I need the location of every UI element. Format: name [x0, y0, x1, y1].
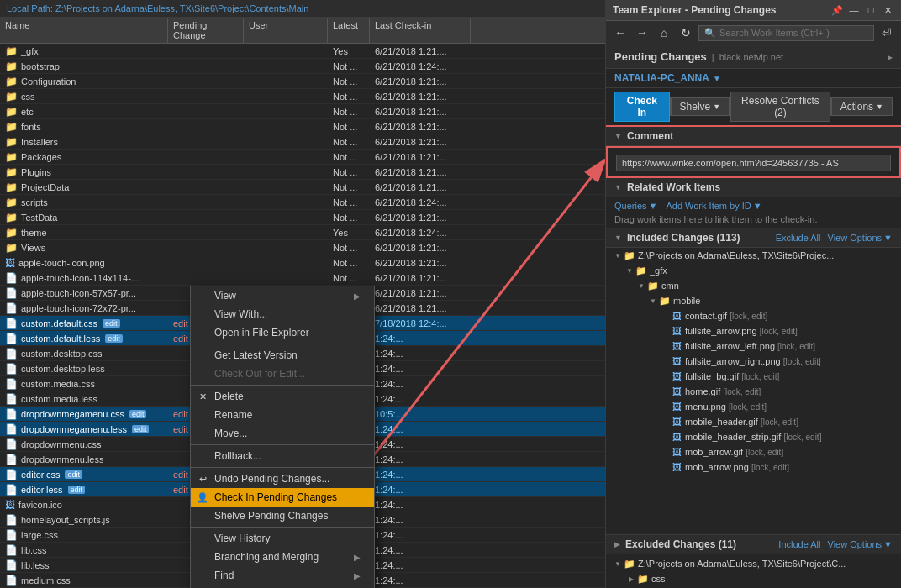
back-btn[interactable]: ←: [611, 24, 630, 42]
ctx-menu-item[interactable]: Rename: [191, 406, 374, 424]
ctx-item-label: Shelve Pending Changes: [214, 510, 328, 522]
table-row[interactable]: 📁css Not ... 6/21/2018 1:21:...: [0, 89, 605, 104]
table-row[interactable]: 📁TestData Not ... 6/21/2018 1:21:...: [0, 210, 605, 225]
search-submit-btn[interactable]: ⏎: [877, 24, 896, 42]
ctx-menu-item[interactable]: Move...: [191, 424, 374, 443]
table-row[interactable]: 📁ProjectData Not ... 6/21/2018 1:21:...: [0, 180, 605, 195]
queries-link[interactable]: Queries ▼: [614, 201, 657, 211]
ctx-menu-item[interactable]: ↩Undo Pending Changes...: [191, 470, 374, 488]
tree-expand-icon[interactable]: ▼: [636, 282, 646, 290]
user-dropdown-arrow[interactable]: ▼: [713, 74, 721, 83]
ctx-menu-item[interactable]: Advanced: [191, 585, 374, 588]
ctx-menu-item[interactable]: Open in File Explorer: [191, 323, 374, 342]
file-checkin: 1:24:...: [370, 530, 471, 540]
include-all-link[interactable]: Include All: [778, 539, 820, 549]
file-checkin: 10:5:...: [370, 409, 471, 419]
file-name: 📄custom.media.css: [0, 378, 168, 390]
local-path-link[interactable]: Z:\Projects on Adarna\Euless, TX\Site6\P…: [55, 3, 308, 13]
search-input[interactable]: [719, 28, 868, 38]
col-name-header[interactable]: Name: [0, 18, 168, 43]
table-row[interactable]: 📁bootstrap Not ... 6/21/2018 1:24:...: [0, 59, 605, 74]
refresh-btn[interactable]: ↻: [677, 24, 695, 42]
close-icon[interactable]: ✕: [881, 3, 894, 17]
table-row[interactable]: 📁scripts Not ... 6/21/2018 1:24:...: [0, 195, 605, 210]
tree-item[interactable]: 🖼 home.gif [lock, edit]: [606, 384, 901, 399]
comment-section-header[interactable]: ▼ Comment: [606, 127, 901, 146]
tree-item[interactable]: 🖼 contact.gif [lock, edit]: [606, 308, 901, 323]
add-work-item-link[interactable]: Add Work Item by ID ▼: [666, 201, 761, 211]
ctx-menu-item[interactable]: 👤Check In Pending Changes: [191, 488, 374, 507]
tree-item[interactable]: 🖼 mob_arrow.gif [lock, edit]: [606, 444, 901, 459]
excluded-view-options-link[interactable]: View Options ▼: [828, 539, 893, 549]
table-row[interactable]: 📁fonts Not ... 6/21/2018 1:21:...: [0, 119, 605, 134]
forward-btn[interactable]: →: [633, 24, 651, 42]
table-row[interactable]: 📁Views Not ... 6/21/2018 1:21:...: [0, 240, 605, 255]
ctx-menu-item[interactable]: View History: [191, 529, 374, 548]
user-name[interactable]: NATALIA-PC_ANNA: [614, 72, 709, 84]
file-name: 📁_gfx: [0, 45, 168, 57]
tree-label: mobile_header_strip.gif [lock, edit]: [685, 432, 821, 442]
exclude-all-link[interactable]: Exclude All: [776, 233, 821, 243]
table-row[interactable]: 🖼apple-touch-icon.png Not ... 6/21/2018 …: [0, 255, 605, 270]
tree-expand-icon[interactable]: ▼: [648, 297, 658, 305]
table-row[interactable]: 📄apple-touch-icon-114x114-... Not ... 6/…: [0, 270, 605, 286]
view-options-link[interactable]: View Options ▼: [828, 233, 893, 243]
ctx-menu-item[interactable]: Find▶: [191, 566, 374, 585]
tree-item[interactable]: ▼ 📁 Z:\Projects on Adarna\Euless, TX\Sit…: [606, 248, 901, 263]
tree-expand-icon[interactable]: ▼: [624, 267, 635, 275]
tree-item[interactable]: ▼ 📁 cmn: [606, 278, 901, 293]
excluded-tree-item-root[interactable]: ▼ 📁 Z:\Projects on Adarna\Euless, TX\Sit…: [606, 556, 901, 571]
ctx-item-label: Check Out for Edit...: [214, 368, 305, 380]
tree-label: menu.png [lock, edit]: [685, 402, 767, 412]
ctx-menu-item[interactable]: View▶: [191, 286, 374, 305]
table-row[interactable]: 📁_gfx Yes 6/21/2018 1:21:...: [0, 44, 605, 59]
expand-icon[interactable]: ▸: [888, 51, 893, 63]
tree-item[interactable]: ▼ 📁 _gfx: [606, 263, 901, 278]
file-checkin: 1:24:...: [370, 560, 471, 570]
table-row[interactable]: 📁Configuration Not ... 6/21/2018 1:21:..…: [0, 74, 605, 89]
tree-item[interactable]: 🖼 fullsite_bg.gif [lock, edit]: [606, 369, 901, 384]
home-btn[interactable]: ⌂: [655, 24, 673, 42]
shelve-btn[interactable]: Shelve ▼: [671, 97, 730, 116]
tree-item[interactable]: 🖼 mobile_header_strip.gif [lock, edit]: [606, 429, 901, 444]
tree-item[interactable]: 🖼 menu.png [lock, edit]: [606, 399, 901, 414]
pending-changes-bar: Pending Changes | black.netvip.net ▸: [606, 45, 901, 69]
tree-item[interactable]: 🖼 mob_arrow.png [lock, edit]: [606, 459, 901, 475]
tree-item[interactable]: 🖼 fullsite_arrow.png [lock, edit]: [606, 323, 901, 339]
search-box[interactable]: 🔍: [698, 25, 874, 41]
queries-arrow: ▼: [649, 201, 658, 211]
ctx-menu-item[interactable]: Rollback...: [191, 447, 374, 465]
col-checkin-header[interactable]: Last Check-in: [370, 18, 471, 43]
table-row[interactable]: 📁theme Yes 6/21/2018 1:24:...: [0, 225, 605, 240]
related-work-header[interactable]: ▼ Related Work Items: [606, 178, 901, 197]
table-row[interactable]: 📁Installers Not ... 6/21/2018 1:21:...: [0, 134, 605, 150]
col-pending-header[interactable]: Pending Change: [168, 18, 244, 43]
table-row[interactable]: 📁etc Not ... 6/21/2018 1:21:...: [0, 104, 605, 119]
ctx-menu-item[interactable]: ✕Delete: [191, 387, 374, 406]
ctx-menu-item[interactable]: Check Out for Edit...: [191, 365, 374, 383]
col-latest-header[interactable]: Latest: [328, 18, 370, 43]
comment-input[interactable]: [616, 155, 891, 171]
ctx-menu-item[interactable]: View With...: [191, 305, 374, 323]
col-user-header[interactable]: User: [244, 18, 328, 43]
file-name: 📁etc: [0, 106, 168, 118]
ctx-separator: [191, 467, 374, 468]
actions-btn[interactable]: Actions ▼: [831, 97, 893, 116]
ctx-menu-item[interactable]: Get Latest Version: [191, 346, 374, 365]
check-in-btn[interactable]: Check In: [614, 92, 670, 122]
resolve-conflicts-btn[interactable]: Resolve Conflicts (2): [730, 92, 830, 122]
ctx-menu-item[interactable]: Shelve Pending Changes: [191, 507, 374, 525]
maximize-icon[interactable]: □: [864, 3, 877, 17]
tree-item[interactable]: 🖼 fullsite_arrow_right.png [lock, edit]: [606, 354, 901, 369]
file-name: 📁fonts: [0, 121, 168, 133]
pin-icon[interactable]: 📌: [830, 3, 844, 17]
table-row[interactable]: 📁Packages Not ... 6/21/2018 1:21:...: [0, 150, 605, 165]
table-row[interactable]: 📁Plugins Not ... 6/21/2018 1:21:...: [0, 165, 605, 180]
minimize-icon[interactable]: —: [847, 3, 861, 17]
tree-item[interactable]: 🖼 fullsite_arrow_left.png [lock, edit]: [606, 339, 901, 354]
ctx-menu-item[interactable]: Branching and Merging▶: [191, 548, 374, 566]
excluded-tree-item-css[interactable]: ▶ 📁 css: [606, 571, 901, 586]
tree-item[interactable]: 🖼 mobile_header.gif [lock, edit]: [606, 414, 901, 429]
tree-expand-icon[interactable]: ▼: [613, 252, 623, 260]
tree-item[interactable]: ▼ 📁 mobile: [606, 293, 901, 308]
